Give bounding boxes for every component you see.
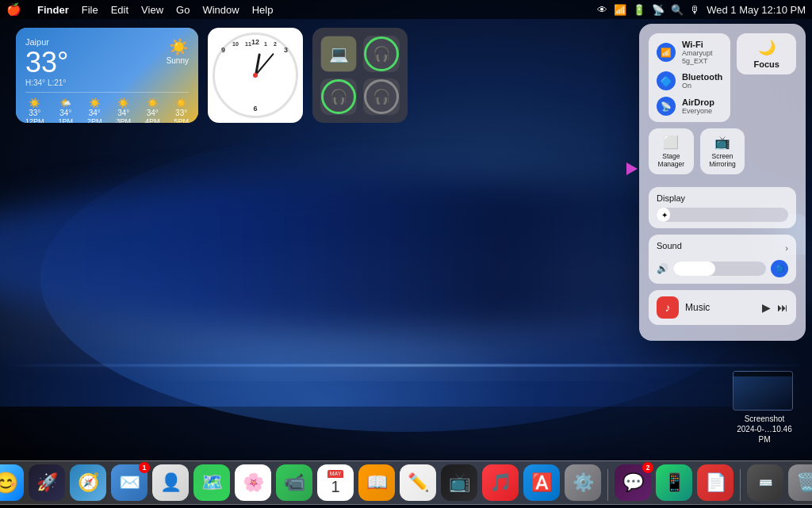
search-icon[interactable]: 🔍 xyxy=(671,4,684,16)
file-menu[interactable]: File xyxy=(82,4,98,16)
mail-badge: 1 xyxy=(139,462,150,473)
dock-item-trash[interactable]: 🗑️ xyxy=(788,464,812,501)
sound-chevron-icon[interactable]: › xyxy=(785,243,788,253)
cc-screen-mirroring-button[interactable]: 📺 Screen Mirroring xyxy=(700,128,745,174)
sound-header: Sound › xyxy=(657,241,788,255)
cc-network-panel[interactable]: 📶 Wi-Fi Amaryupt 5g_EXT 🔷 Bluetooth On 📡… xyxy=(649,33,730,122)
forecast-1pm: 🌤️34°1PM xyxy=(58,97,73,123)
dock-item-keyboard[interactable]: ⌨️ xyxy=(747,464,783,501)
cc-bluetooth-row: 🔷 Bluetooth On xyxy=(657,71,722,90)
control-center: 📶 Wi-Fi Amaryupt 5g_EXT 🔷 Bluetooth On 📡… xyxy=(639,24,806,341)
cc-airdrop-labels: AirDrop Everyone xyxy=(682,97,714,115)
cc-wifi-labels: Wi-Fi Amaryupt 5g_EXT xyxy=(682,40,722,65)
siri-icon[interactable]: 🎙 xyxy=(690,4,700,16)
dock-item-contacts[interactable]: 👤 xyxy=(152,464,189,501)
battery-icon[interactable]: 🔋 xyxy=(633,4,645,16)
cc-top-row: 📶 Wi-Fi Amaryupt 5g_EXT 🔷 Bluetooth On 📡… xyxy=(649,33,796,122)
window-menu[interactable]: Window xyxy=(202,4,239,16)
edit-menu[interactable]: Edit xyxy=(111,4,128,16)
forecast-5pm: ☀️33°5PM xyxy=(174,97,189,123)
forecast-3pm: ☀️34°3PM xyxy=(116,97,131,123)
help-menu[interactable]: Help xyxy=(252,4,274,16)
airdrop-icon: 📡 xyxy=(657,97,676,116)
dock-item-turboscan[interactable]: 📄 xyxy=(697,464,733,501)
weather-forecast: ☀️33°12PM 🌤️34°1PM ☀️34°2PM ☀️34°3PM ☀️3… xyxy=(25,92,189,123)
cc-focus-button[interactable]: 🌙 Focus xyxy=(737,33,796,74)
sound-label: Sound xyxy=(657,241,682,250)
focus-icon: 🌙 xyxy=(758,39,776,56)
screenshot-file[interactable]: Screenshot 2024-0-…10.46 PM xyxy=(733,371,796,445)
cc-display-section: Display ✦ xyxy=(649,187,796,228)
app-name-menu[interactable]: Finder xyxy=(37,4,69,16)
go-menu[interactable]: Go xyxy=(176,4,190,16)
dock-item-launchpad[interactable]: 🚀 xyxy=(29,464,65,501)
dock-item-freeform[interactable]: ✏️ xyxy=(400,464,436,501)
stage-manager-icon: ⬜ xyxy=(663,135,679,150)
cc-stage-manager-button[interactable]: ⬜ Stage Manager xyxy=(649,128,694,174)
dock-item-photos[interactable]: 🌸 xyxy=(235,464,271,501)
dock-item-whatsapp[interactable]: 📱 xyxy=(656,464,692,501)
cc-bluetooth-labels: Bluetooth On xyxy=(682,72,722,90)
dock-item-slack[interactable]: 💬 2 xyxy=(615,464,651,501)
clock-face: 12 3 6 9 2 10 11 1 xyxy=(213,32,298,118)
arrow-pointer xyxy=(626,162,638,175)
audio-headphones-inactive-cell[interactable]: 🎧 xyxy=(363,78,400,115)
dock-item-finder[interactable]: 😊 xyxy=(0,464,24,501)
weather-condition-icon: ☀️ xyxy=(167,37,189,56)
audio-headphones-green-cell[interactable]: 🎧 xyxy=(363,36,400,72)
wifi-icon[interactable]: 📡 xyxy=(652,4,665,16)
display-label: Display xyxy=(657,193,788,203)
music-controls: ▶ ⏭ xyxy=(762,301,788,314)
audio-widget[interactable]: 💻 🎧 🎧 🎧 xyxy=(312,28,408,123)
weather-hl: H:34° L:21° xyxy=(25,78,68,87)
screen-mirroring-icon: 📺 xyxy=(714,135,730,150)
display-slider-track[interactable]: ✦ xyxy=(657,208,788,222)
weather-condition-text: Sunny xyxy=(167,56,189,65)
music-skip-button[interactable]: ⏭ xyxy=(777,301,788,314)
forecast-4pm: ☀️34°4PM xyxy=(145,97,160,123)
sound-airplay-button[interactable]: 🔵 xyxy=(771,260,788,277)
calendar-month: MAY xyxy=(327,470,344,478)
slack-badge: 2 xyxy=(642,462,653,473)
music-play-button[interactable]: ▶ xyxy=(762,301,771,314)
cc-airdrop-row: 📡 AirDrop Everyone xyxy=(657,97,722,116)
eye-icon[interactable]: 👁 xyxy=(597,4,607,16)
audio-headphones-active-cell[interactable]: 🎧 xyxy=(320,78,357,115)
dock-item-facetime[interactable]: 📹 xyxy=(276,464,312,501)
sound-slider-track[interactable] xyxy=(673,262,766,276)
dock-item-safari[interactable]: 🧭 xyxy=(70,464,106,501)
screenshot-filename: Screenshot 2024-0-…10.46 PM xyxy=(733,414,796,445)
apple-menu[interactable]: 🍎 xyxy=(6,2,21,17)
dock-item-calendar[interactable]: MAY 1 xyxy=(317,464,354,501)
dock-item-mail[interactable]: ✉️ 1 xyxy=(111,464,147,501)
sound-volume-icon: 🔊 xyxy=(657,263,668,274)
music-app-icon: ♪ xyxy=(657,296,679,319)
dock-item-kindle[interactable]: 📖 xyxy=(358,464,395,501)
cc-wifi-row: 📶 Wi-Fi Amaryupt 5g_EXT xyxy=(657,40,722,65)
menubar: 🍎 Finder File Edit View Go Window Help 👁… xyxy=(0,0,812,19)
weather-widget[interactable]: Jaipur 33° H:34° L:21° ☀️ Sunny ☀️33°12P… xyxy=(16,28,198,123)
wifi-icon: 📶 xyxy=(657,43,676,62)
dock-item-maps[interactable]: 🗺️ xyxy=(193,464,230,501)
forecast-2pm: ☀️34°2PM xyxy=(87,97,102,123)
dock-item-settings[interactable]: ⚙️ xyxy=(565,464,601,501)
clock-center-dot xyxy=(253,73,258,78)
clock-widget: 12 3 6 9 2 10 11 1 xyxy=(208,28,303,123)
cc-sound-section: Sound › 🔊 🔵 xyxy=(649,235,796,284)
view-menu[interactable]: View xyxy=(141,4,163,16)
screenshot-thumbnail xyxy=(733,371,793,411)
sound-slider-fill xyxy=(673,262,715,276)
bluetooth-icon: 🔷 xyxy=(657,71,676,90)
wifi-bars-icon[interactable]: 📶 xyxy=(614,4,626,16)
weather-temp: 33° xyxy=(25,47,68,78)
dock-separator-2 xyxy=(740,469,741,501)
music-row: ♪ Music ▶ ⏭ xyxy=(657,296,788,319)
dock-item-appstore[interactable]: 🅰️ xyxy=(523,464,560,501)
widgets-area: Jaipur 33° H:34° L:21° ☀️ Sunny ☀️33°12P… xyxy=(16,28,408,123)
dock-item-appletv[interactable]: 📺 xyxy=(441,464,477,501)
dock-item-music[interactable]: 🎵 xyxy=(482,464,519,501)
display-sun-icon: ✦ xyxy=(661,211,668,220)
menubar-datetime: Wed 1 May 12:10 PM xyxy=(707,4,806,16)
cc-second-row: ⬜ Stage Manager 📺 Screen Mirroring xyxy=(649,128,796,181)
audio-laptop-cell[interactable]: 💻 xyxy=(320,36,357,72)
